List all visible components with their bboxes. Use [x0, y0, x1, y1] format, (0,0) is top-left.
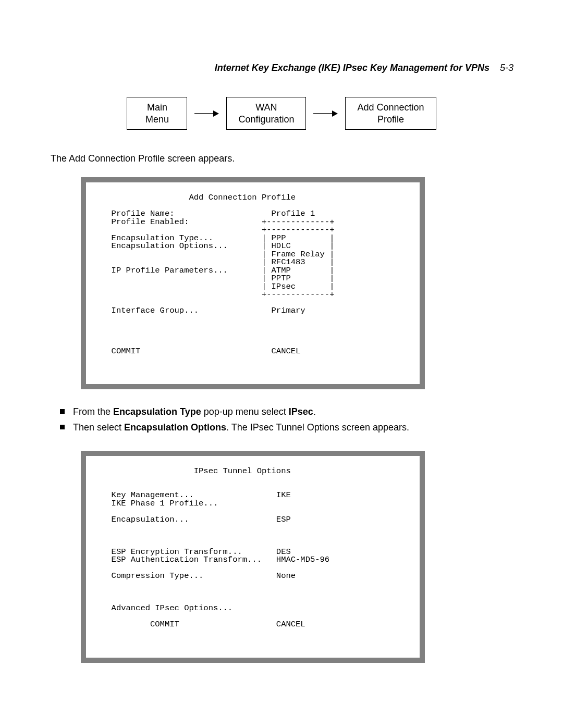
- list-strong: IPsec: [289, 406, 313, 417]
- intro-text: The Add Connection Profile screen appear…: [50, 153, 513, 164]
- flow-box-add-connection: Add Connection Profile: [345, 97, 436, 130]
- flow-box-line: Menu: [145, 114, 169, 125]
- flow-box-line: Main: [147, 102, 167, 113]
- list-strong: Encapsulation Options: [124, 422, 226, 433]
- terminal-ipsec-tunnel-options: IPsec Tunnel Options Key Management... I…: [81, 451, 425, 663]
- flow-box-line: Configuration: [238, 114, 294, 125]
- list-item: From the Encapsulation Type pop-up menu …: [60, 405, 513, 419]
- list-text: From the: [73, 406, 113, 417]
- page: Internet Key Exchange (IKE) IPsec Key Ma…: [0, 0, 563, 728]
- navigation-flow: Main Menu WAN Configuration Add Connecti…: [50, 97, 513, 130]
- arrow-icon: [313, 110, 338, 117]
- list-text: pop-up menu select: [201, 406, 289, 417]
- page-number: 5-3: [500, 63, 513, 73]
- flow-box-line: WAN: [255, 102, 277, 113]
- list-text: .: [313, 406, 316, 417]
- list-text: . The IPsec Tunnel Options screen appear…: [226, 422, 409, 433]
- list-text: Then select: [73, 422, 124, 433]
- flow-box-line: Profile: [377, 114, 404, 125]
- flow-box-main-menu: Main Menu: [127, 97, 187, 130]
- page-header: Internet Key Exchange (IKE) IPsec Key Ma…: [50, 63, 513, 73]
- instruction-list: From the Encapsulation Type pop-up menu …: [50, 405, 513, 435]
- arrow-icon: [194, 110, 219, 117]
- terminal-add-connection-profile: Add Connection Profile Profile Name: Pro…: [81, 177, 425, 389]
- flow-box-wan-config: WAN Configuration: [226, 97, 306, 130]
- list-strong: Encapsulation Type: [113, 406, 201, 417]
- list-item: Then select Encapsulation Options. The I…: [60, 421, 513, 435]
- header-title: Internet Key Exchange (IKE) IPsec Key Ma…: [215, 63, 489, 73]
- flow-box-line: Add Connection: [357, 102, 424, 113]
